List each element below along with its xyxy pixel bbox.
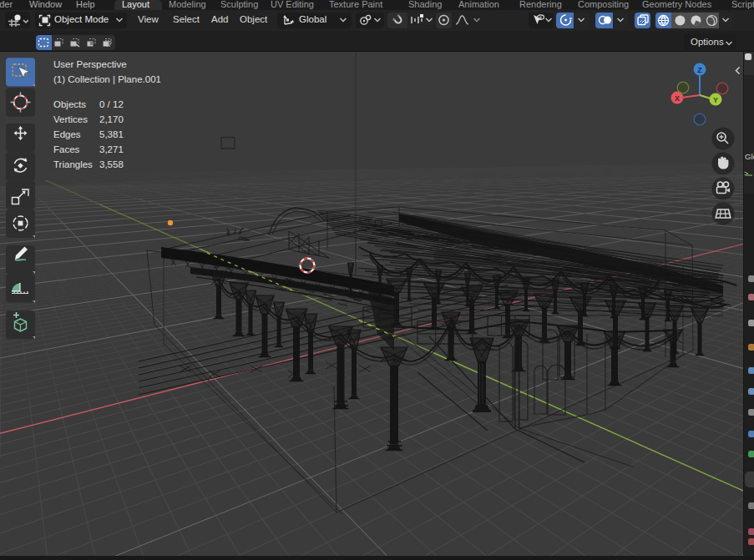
svg-text:Z: Z	[697, 66, 702, 74]
svg-text:3,558: 3,558	[99, 159, 124, 169]
svg-text:Objects: Objects	[53, 99, 86, 109]
svg-text:0 / 12: 0 / 12	[99, 99, 124, 109]
svg-text:Y: Y	[713, 96, 718, 104]
svg-text:2,170: 2,170	[99, 114, 124, 124]
svg-text:Faces: Faces	[53, 144, 80, 154]
svg-text:(1) Collection | Plane.001: (1) Collection | Plane.001	[53, 74, 161, 84]
svg-text:Triangles: Triangles	[53, 159, 93, 169]
svg-text:Edges: Edges	[53, 129, 81, 139]
svg-text:3,271: 3,271	[99, 144, 124, 154]
svg-text:User Perspective: User Perspective	[53, 59, 127, 69]
svg-text:Vertices: Vertices	[53, 114, 88, 124]
svg-text:X: X	[675, 94, 680, 103]
svg-text:5,381: 5,381	[99, 129, 124, 139]
